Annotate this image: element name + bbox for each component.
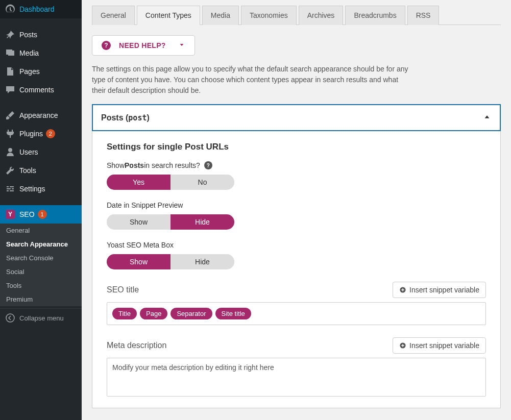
sub-search-console[interactable]: Search Console	[0, 251, 82, 265]
pin-icon	[5, 30, 15, 40]
posts-panel-header[interactable]: Posts (post)	[92, 104, 501, 131]
show-in-results-toggle: Yes No	[107, 175, 234, 190]
collapse-icon	[5, 313, 15, 323]
need-help-label: NEED HELP?	[119, 41, 166, 50]
question-icon: ?	[102, 41, 111, 50]
plug-icon	[5, 129, 15, 139]
need-help-button[interactable]: ? NEED HELP?	[92, 35, 195, 56]
seo-title-input[interactable]: TitlePageSeparatorSite title	[107, 302, 486, 325]
page-icon	[5, 66, 15, 77]
seo-title-label: SEO title	[107, 285, 139, 294]
nav-users[interactable]: Users	[0, 143, 82, 161]
sliders-icon	[5, 184, 15, 194]
svg-point-0	[6, 314, 14, 322]
chevron-up-icon	[482, 112, 492, 123]
meta-desc-label: Meta description	[107, 341, 166, 350]
comment-icon	[5, 85, 15, 95]
meta-description-input[interactable]: Modify your meta description by editing …	[107, 358, 486, 397]
nav-users-label: Users	[19, 148, 38, 156]
posts-panel: Posts (post) Settings for single Post UR…	[92, 104, 501, 408]
tab-breadcrumbs[interactable]: Breadcrumbs	[345, 6, 405, 25]
intro-text: The settings on this page allow you to s…	[92, 64, 408, 96]
nav-posts-label: Posts	[19, 31, 37, 39]
snippet-tag[interactable]: Page	[140, 308, 167, 319]
panel-title: Posts (post)	[101, 113, 150, 122]
insert-snippet-seo-title[interactable]: Insert snippet variable	[393, 282, 486, 298]
user-icon	[5, 147, 15, 157]
opt-yes[interactable]: Yes	[107, 175, 171, 190]
nav-plugins-label: Plugins	[19, 130, 43, 138]
nav-seo-label: SEO	[19, 210, 35, 218]
nav-settings-label: Settings	[19, 185, 45, 193]
tab-media[interactable]: Media	[202, 6, 239, 25]
sub-general[interactable]: General	[0, 224, 82, 237]
nav-dashboard[interactable]: Dashboard	[0, 0, 82, 18]
collapse-menu[interactable]: Collapse menu	[0, 308, 82, 327]
nav-tools-label: Tools	[19, 166, 36, 175]
nav-pages[interactable]: Pages	[0, 62, 82, 81]
opt-hide[interactable]: Hide	[171, 214, 234, 230]
media-icon	[5, 48, 15, 58]
tab-rss[interactable]: RSS	[407, 6, 440, 25]
tabs: General Content Types Media Taxonomies A…	[92, 5, 501, 25]
nav-comments-label: Comments	[19, 86, 54, 94]
plugins-badge: 2	[46, 129, 55, 138]
tab-general[interactable]: General	[92, 6, 135, 25]
nav-media[interactable]: Media	[0, 44, 82, 62]
nav-plugins[interactable]: Plugins 2	[0, 125, 82, 143]
sub-tools[interactable]: Tools	[0, 279, 82, 292]
brush-icon	[5, 110, 15, 120]
nav-appearance-label: Appearance	[19, 111, 58, 119]
sub-premium[interactable]: Premium	[0, 292, 82, 306]
plus-circle-icon	[399, 342, 406, 349]
meta-box-label: Yoast SEO Meta Box	[107, 241, 486, 249]
snippet-tag[interactable]: Site title	[215, 308, 251, 319]
opt-no[interactable]: No	[171, 175, 234, 190]
wrench-icon	[5, 165, 15, 176]
nav-settings[interactable]: Settings	[0, 180, 82, 198]
nav-posts[interactable]: Posts	[0, 26, 82, 44]
opt-show[interactable]: Show	[107, 214, 171, 230]
snippet-tag[interactable]: Separator	[171, 308, 212, 319]
tab-content-types[interactable]: Content Types	[137, 6, 200, 25]
nav-appearance[interactable]: Appearance	[0, 106, 82, 125]
help-icon[interactable]: ?	[204, 161, 212, 169]
collapse-label: Collapse menu	[19, 314, 64, 322]
date-snippet-label: Date in Snippet Preview	[107, 201, 486, 209]
nav-media-label: Media	[19, 49, 39, 57]
tab-archives[interactable]: Archives	[299, 6, 344, 25]
seo-badge: 1	[38, 210, 47, 219]
meta-box-toggle: Show Hide	[107, 254, 234, 269]
sub-search-appearance[interactable]: Search Appearance	[0, 237, 82, 251]
nav-dashboard-label: Dashboard	[19, 5, 55, 13]
nav-seo[interactable]: Y SEO 1	[0, 205, 82, 224]
plus-circle-icon	[399, 286, 406, 293]
opt-show[interactable]: Show	[107, 254, 171, 269]
yoast-icon: Y	[5, 209, 15, 219]
date-snippet-toggle: Show Hide	[107, 214, 234, 230]
chevron-down-icon	[178, 41, 185, 50]
opt-hide[interactable]: Hide	[171, 254, 234, 269]
sub-social[interactable]: Social	[0, 265, 82, 279]
gauge-icon	[5, 4, 15, 14]
snippet-tag[interactable]: Title	[112, 308, 137, 319]
insert-snippet-meta[interactable]: Insert snippet variable	[393, 337, 486, 354]
nav-pages-label: Pages	[19, 67, 40, 76]
nav-tools[interactable]: Tools	[0, 161, 82, 180]
nav-comments[interactable]: Comments	[0, 81, 82, 99]
section-heading: Settings for single Post URLs	[107, 142, 486, 152]
tab-taxonomies[interactable]: Taxonomies	[241, 6, 297, 25]
show-in-results-label: Show Posts in search results? ?	[107, 161, 486, 169]
